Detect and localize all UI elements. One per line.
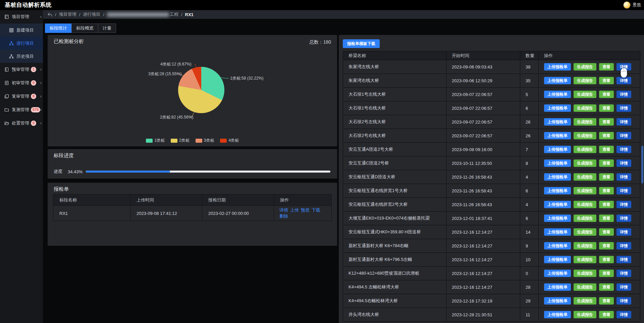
upload-inspection-button[interactable]: 上传报检单 bbox=[544, 77, 571, 84]
delete-link[interactable]: 删除 bbox=[279, 214, 288, 219]
legend-item-0[interactable]: 1类桩 bbox=[146, 138, 165, 143]
generate-report-button[interactable]: 生成报告 bbox=[574, 146, 596, 153]
tab-2[interactable]: 计量 bbox=[98, 24, 116, 33]
view-button[interactable]: 查看 bbox=[599, 283, 614, 291]
view-button[interactable]: 查看 bbox=[599, 173, 614, 181]
details-button[interactable]: 详情 bbox=[616, 242, 631, 249]
user-menu[interactable]: 景胜 bbox=[623, 0, 641, 10]
generate-report-button[interactable]: 生成报告 bbox=[574, 283, 596, 291]
generate-report-button[interactable]: 生成报告 bbox=[574, 91, 596, 98]
upload-inspection-button[interactable]: 上传报检单 bbox=[544, 283, 571, 291]
details-button[interactable]: 详情 bbox=[616, 215, 631, 222]
upload-inspection-button[interactable]: 上传报检单 bbox=[544, 215, 571, 222]
view-button[interactable]: 查看 bbox=[599, 297, 614, 305]
generate-report-button[interactable]: 生成报告 bbox=[574, 311, 596, 318]
details-button[interactable]: 详情 bbox=[616, 173, 631, 181]
avatar[interactable] bbox=[623, 1, 631, 9]
upload-link[interactable]: 上传 bbox=[290, 207, 299, 213]
upload-inspection-button[interactable]: 上传报检单 bbox=[544, 256, 571, 263]
generate-report-button[interactable]: 生成报告 bbox=[574, 270, 596, 277]
details-button[interactable]: 详情 bbox=[616, 297, 631, 305]
upload-inspection-button[interactable]: 上传报检单 bbox=[544, 63, 571, 71]
breadcrumb-item-ongoing[interactable]: 进行项目 bbox=[83, 11, 100, 17]
view-button[interactable]: 查看 bbox=[599, 91, 614, 98]
sidebar-group-1[interactable]: 预审管理1∨ bbox=[0, 63, 43, 76]
legend-item-1[interactable]: 2类桩 bbox=[171, 138, 190, 143]
details-button[interactable]: 详情 bbox=[616, 283, 631, 291]
view-button[interactable]: 查看 bbox=[599, 270, 614, 277]
details-button[interactable]: 详情 bbox=[616, 132, 631, 139]
generate-report-button[interactable]: 生成报告 bbox=[574, 297, 596, 305]
sidebar-item-0-1[interactable]: 进行项目 bbox=[0, 37, 43, 50]
view-button[interactable]: 查看 bbox=[599, 118, 614, 126]
view-button[interactable]: 查看 bbox=[599, 146, 614, 153]
view-button[interactable]: 查看 bbox=[599, 228, 614, 236]
sidebar-item-0-0[interactable]: 新建项目 bbox=[0, 24, 43, 37]
legend-item-2[interactable]: 3类桩 bbox=[196, 138, 214, 143]
generate-report-button[interactable]: 生成报告 bbox=[574, 187, 596, 194]
generate-report-button[interactable]: 生成报告 bbox=[574, 242, 596, 249]
sidebar-group-2[interactable]: 初审管理0∨ bbox=[0, 76, 43, 90]
generate-report-button[interactable]: 生成报告 bbox=[574, 215, 596, 222]
details-button[interactable]: 详情 bbox=[616, 201, 631, 208]
progress-bar[interactable] bbox=[86, 171, 330, 173]
details-button[interactable]: 详情 bbox=[616, 311, 631, 318]
breadcrumb-item-project-name[interactable]: 工程 bbox=[107, 11, 178, 17]
view-button[interactable]: 查看 bbox=[599, 77, 614, 84]
details-button[interactable]: 详情 bbox=[616, 118, 631, 126]
upload-inspection-button[interactable]: 上传报检单 bbox=[544, 118, 571, 126]
details-button[interactable]: 详情 bbox=[616, 104, 631, 112]
generate-report-button[interactable]: 生成报告 bbox=[574, 228, 596, 236]
view-button[interactable]: 查看 bbox=[599, 159, 614, 167]
upload-inspection-button[interactable]: 上传报检单 bbox=[544, 242, 571, 249]
details-button[interactable]: 详情 bbox=[616, 228, 631, 236]
generate-report-button[interactable]: 生成报告 bbox=[574, 63, 596, 71]
back-icon[interactable] bbox=[47, 12, 52, 17]
details-button[interactable]: 详情 bbox=[616, 146, 631, 153]
generate-report-button[interactable]: 生成报告 bbox=[574, 118, 596, 126]
legend-item-3[interactable]: 4类桩 bbox=[220, 138, 239, 143]
generate-report-button[interactable]: 生成报告 bbox=[574, 173, 596, 181]
download-link[interactable]: 下载 bbox=[312, 207, 320, 213]
view-button[interactable]: 查看 bbox=[599, 63, 614, 71]
generate-report-button[interactable]: 生成报告 bbox=[574, 77, 596, 84]
details-button[interactable]: 详情 bbox=[616, 187, 631, 194]
generate-report-button[interactable]: 生成报告 bbox=[574, 132, 596, 139]
sidebar-group-5[interactable]: 处置管理0∨ bbox=[0, 117, 43, 130]
details-button[interactable]: 详情 bbox=[616, 159, 631, 167]
details-button[interactable]: 详情 bbox=[616, 91, 631, 98]
upload-inspection-button[interactable]: 上传报检单 bbox=[544, 270, 571, 277]
upload-inspection-button[interactable]: 上传报检单 bbox=[544, 201, 571, 208]
scrollbar-thumb[interactable] bbox=[641, 146, 643, 183]
details-button[interactable]: 详情 bbox=[616, 270, 631, 277]
upload-inspection-button[interactable]: 上传报检单 bbox=[544, 228, 571, 236]
upload-inspection-button[interactable]: 上传报检单 bbox=[544, 159, 571, 167]
generate-report-button[interactable]: 生成报告 bbox=[574, 201, 596, 208]
view-button[interactable]: 查看 bbox=[599, 311, 614, 318]
upload-inspection-button[interactable]: 上传报检单 bbox=[544, 91, 571, 98]
upload-inspection-button[interactable]: 上传报检单 bbox=[544, 104, 571, 112]
upload-inspection-button[interactable]: 上传报检单 bbox=[544, 132, 571, 139]
view-button[interactable]: 查看 bbox=[599, 256, 614, 263]
view-button[interactable]: 查看 bbox=[599, 187, 614, 194]
upload-inspection-button[interactable]: 上传报检单 bbox=[544, 146, 571, 153]
upload-inspection-button[interactable]: 上传报检单 bbox=[544, 297, 571, 305]
pie-chart[interactable] bbox=[178, 67, 224, 113]
sidebar-item-0-2[interactable]: 历史项目 bbox=[0, 50, 43, 63]
view-button[interactable]: 查看 bbox=[599, 215, 614, 222]
view-button[interactable]: 查看 bbox=[599, 242, 614, 249]
upload-inspection-button[interactable]: 上传报检单 bbox=[544, 311, 571, 318]
generate-report-button[interactable]: 生成报告 bbox=[574, 104, 596, 112]
generate-report-button[interactable]: 生成报告 bbox=[574, 159, 596, 167]
details-button[interactable]: 详情 bbox=[616, 256, 631, 263]
sidebar-group-4[interactable]: 复测管理576∨ bbox=[0, 103, 43, 117]
preview-link[interactable]: 预览 bbox=[301, 207, 310, 213]
tab-0[interactable]: 标段统计 bbox=[45, 24, 72, 33]
sidebar-group-3[interactable]: 复审管理8∨ bbox=[0, 90, 43, 103]
view-button[interactable]: 查看 bbox=[599, 201, 614, 208]
generate-report-button[interactable]: 生成报告 bbox=[574, 256, 596, 263]
view-button[interactable]: 查看 bbox=[599, 132, 614, 139]
sidebar-group-0[interactable]: 项目管理∧ bbox=[0, 10, 43, 24]
view-button[interactable]: 查看 bbox=[599, 104, 614, 112]
details-link[interactable]: 详情 bbox=[279, 207, 288, 213]
